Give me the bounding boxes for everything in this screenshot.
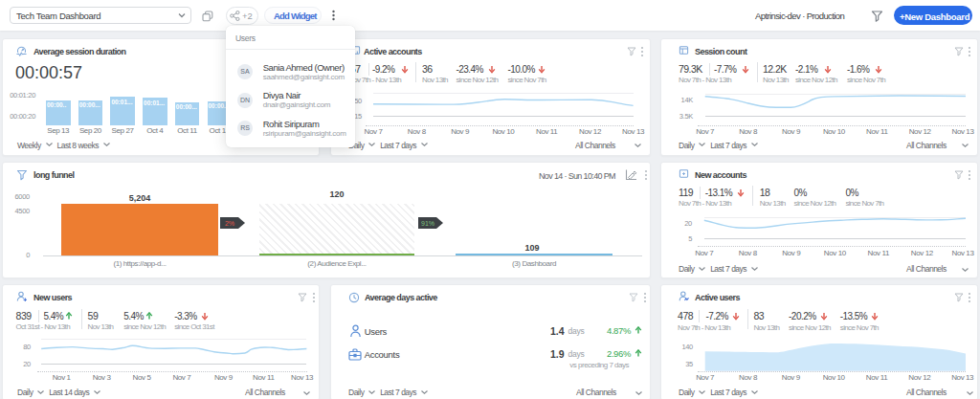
svg-text:2%: 2% bbox=[225, 220, 234, 227]
svg-text:91%: 91% bbox=[421, 220, 434, 227]
